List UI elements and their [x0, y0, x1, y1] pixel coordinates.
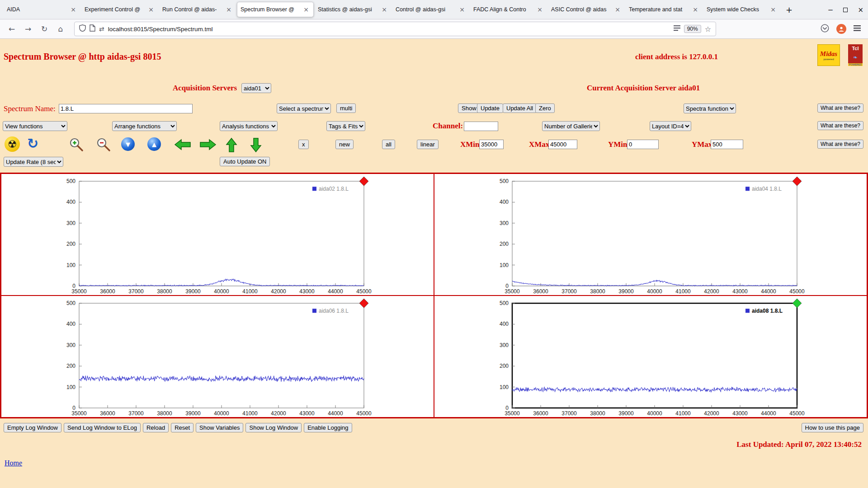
tcl-logo[interactable]: Tcl ❧ POWERED — [848, 44, 863, 66]
tab-close-icon[interactable]: × — [536, 6, 544, 13]
pan-up-icon[interactable] — [225, 136, 238, 155]
xmax-input[interactable] — [548, 140, 577, 149]
new-button[interactable]: new — [335, 140, 354, 149]
browser-tab[interactable]: FADC Align & Contro× — [470, 2, 547, 17]
browser-tab[interactable]: AIDA× — [4, 2, 80, 17]
ymax-input[interactable] — [711, 140, 743, 149]
how-to-use-button[interactable]: How to use this page — [802, 423, 863, 432]
browser-tab[interactable]: Statistics @ aidas-gsi× — [315, 2, 392, 17]
page-info-icon[interactable] — [90, 24, 95, 33]
auto-update-button[interactable]: Auto Update ON — [220, 157, 270, 166]
chart-panel-aida08[interactable]: 0100200300400500350003600037000380003900… — [434, 296, 867, 418]
chart-panel-aida04[interactable]: 0100200300400500350003600037000380003900… — [434, 174, 867, 296]
update-rate-dropdown[interactable]: Update Rate (8 secs) — [4, 157, 63, 167]
zero-button[interactable]: Zero — [535, 103, 555, 113]
footer-button-reset[interactable]: Reset — [171, 423, 193, 432]
what-are-these-button-3[interactable]: What are these? — [817, 140, 863, 149]
url-bar[interactable]: ⇄ localhost:8015/Spectrum/Spectrum.tml 9… — [74, 22, 716, 36]
browser-tab[interactable]: System wide Checks× — [703, 2, 780, 17]
browser-tab[interactable]: Control @ aidas-gsi× — [392, 2, 469, 17]
xmin-input[interactable] — [479, 140, 504, 149]
view-functions-dropdown[interactable]: View functions — [3, 121, 67, 131]
reload-button[interactable]: ↻ — [37, 22, 52, 36]
svg-text:300: 300 — [66, 342, 75, 348]
svg-text:41000: 41000 — [675, 288, 691, 295]
acquisition-server-select[interactable]: aida01 — [241, 83, 271, 93]
analysis-functions-dropdown[interactable]: Analysis functions — [220, 121, 278, 131]
all-button[interactable]: all — [382, 140, 395, 149]
footer-button-empty-log-window[interactable]: Empty Log Window — [4, 423, 61, 432]
spectrum-name-input[interactable] — [59, 104, 193, 113]
pan-down-icon[interactable] — [250, 136, 262, 155]
tab-close-icon[interactable]: × — [691, 6, 699, 13]
footer-button-show-log-window[interactable]: Show Log Window — [245, 423, 302, 432]
tab-close-icon[interactable]: × — [380, 6, 388, 13]
linear-button[interactable]: linear — [417, 140, 439, 149]
zoom-level-badge[interactable]: 90% — [684, 25, 701, 33]
tab-close-icon[interactable]: × — [769, 6, 777, 13]
svg-text:45000: 45000 — [356, 410, 372, 417]
layout-id-dropdown[interactable]: Layout ID=4 — [650, 121, 691, 131]
what-are-these-button-2[interactable]: What are these? — [817, 121, 863, 130]
midas-logo[interactable]: Midas powered — [817, 44, 840, 66]
spectra-functions-dropdown[interactable]: Spectra functions — [684, 103, 736, 113]
footer-button-send-log-window-to-elog[interactable]: Send Log Window to ELog — [64, 423, 141, 432]
browser-tab[interactable]: Experiment Control @× — [81, 2, 158, 17]
current-acquisition-server: Current Acquisition Server aida01 — [587, 84, 700, 93]
x-button[interactable]: x — [298, 140, 309, 149]
account-avatar-icon[interactable] — [836, 24, 846, 34]
tab-close-icon[interactable]: × — [458, 6, 466, 13]
number-of-galleries-dropdown[interactable]: Number of Galleries — [542, 121, 600, 131]
update-all-button[interactable]: Update All — [503, 103, 537, 113]
update-button[interactable]: Update — [477, 103, 503, 113]
pan-right-icon[interactable] — [198, 138, 218, 153]
tab-close-icon[interactable]: × — [147, 6, 155, 13]
shield-icon[interactable] — [79, 24, 86, 33]
new-tab-button[interactable]: + — [781, 4, 797, 15]
tab-close-icon[interactable]: × — [302, 6, 310, 13]
maximize-button[interactable] — [843, 6, 848, 14]
browser-tab[interactable]: ASIC Control @ aidas× — [548, 2, 625, 17]
tab-close-icon[interactable]: × — [613, 6, 622, 13]
tab-close-icon[interactable]: × — [225, 6, 233, 13]
footer-button-reload[interactable]: Reload — [143, 423, 169, 432]
url-text[interactable]: localhost:8015/Spectrum/Spectrum.tml — [108, 26, 670, 33]
pocket-icon[interactable] — [821, 24, 829, 34]
swap-arrows-icon[interactable]: ⇄ — [99, 25, 104, 33]
zoom-in-icon[interactable] — [69, 137, 84, 154]
home-button[interactable]: ⌂ — [53, 22, 68, 36]
multi-button[interactable]: multi — [336, 103, 356, 113]
minimize-button[interactable]: − — [828, 6, 834, 14]
footer-button-enable-logging[interactable]: Enable Logging — [304, 423, 352, 432]
tab-close-icon[interactable]: × — [69, 6, 77, 13]
ymin-input[interactable] — [627, 140, 659, 149]
zoom-out-icon[interactable] — [96, 137, 111, 154]
footer-button-show-variables[interactable]: Show Variables — [196, 423, 243, 432]
chart-panel-aida06[interactable]: 0100200300400500350003600037000380003900… — [1, 296, 434, 418]
browser-tab[interactable]: Temperature and stat× — [626, 2, 703, 17]
channel-input[interactable] — [464, 122, 498, 131]
browser-tab[interactable]: Run Control @ aidas-× — [159, 2, 236, 17]
y-compress-icon[interactable]: ▼ — [121, 137, 135, 151]
arrange-functions-dropdown[interactable]: Arrange functions — [112, 121, 177, 131]
y-expand-icon[interactable]: ▲ — [147, 137, 161, 151]
pan-left-icon[interactable] — [173, 138, 193, 153]
close-button[interactable]: × — [858, 6, 863, 14]
menu-hamburger-icon[interactable] — [854, 25, 861, 33]
chart-panel-aida02[interactable]: 0100200300400500350003600037000380003900… — [1, 174, 434, 296]
svg-text:aida06 1.8.L: aida06 1.8.L — [319, 308, 349, 314]
tags-fits-dropdown[interactable]: Tags & Fits — [326, 121, 365, 131]
bookmark-star-icon[interactable]: ☆ — [705, 25, 711, 33]
reader-mode-icon[interactable] — [674, 25, 680, 33]
radiation-icon[interactable]: ☢ — [5, 136, 20, 152]
last-updated-text: Last Updated: April 07, 2022 13:40:52 — [0, 440, 868, 449]
browser-tab[interactable]: Spectrum Browser @× — [237, 2, 314, 17]
tab-strip: AIDA×Experiment Control @×Run Control @ … — [4, 0, 781, 19]
svg-text:43000: 43000 — [732, 288, 748, 295]
home-link[interactable]: Home — [5, 459, 22, 467]
select-spectrum-dropdown[interactable]: Select a spectrum — [277, 103, 331, 113]
forward-button[interactable]: → — [21, 22, 35, 36]
what-are-these-button-1[interactable]: What are these? — [817, 103, 863, 113]
back-button[interactable]: ← — [5, 22, 19, 36]
refresh-icon[interactable]: ↻ — [27, 136, 38, 151]
